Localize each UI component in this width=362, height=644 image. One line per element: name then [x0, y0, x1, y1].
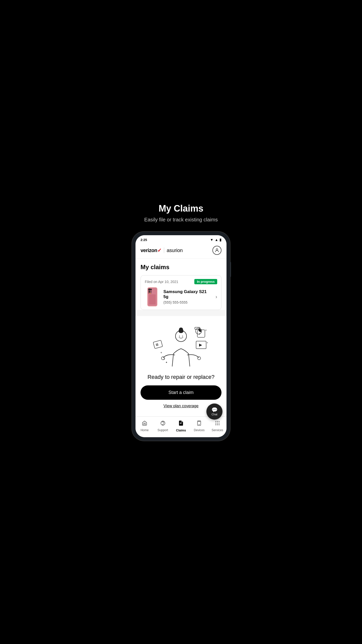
- svg-point-0: [216, 249, 218, 250]
- svg-point-34: [163, 424, 163, 425]
- verizon-logo: verizon✓: [141, 247, 161, 253]
- logo-area: verizon✓ asurion: [141, 247, 183, 253]
- nav-label-support: Support: [158, 428, 168, 432]
- nav-item-home[interactable]: Home: [135, 419, 154, 433]
- services-icon: [215, 420, 220, 427]
- chat-fab-label: Chat: [211, 413, 217, 416]
- nav-label-services: Services: [212, 428, 223, 432]
- profile-button[interactable]: [212, 246, 221, 255]
- status-icons: ▼ ▲ ▮: [210, 238, 221, 242]
- svg-text:✦: ✦: [165, 361, 167, 364]
- app-header: verizon✓ asurion: [135, 243, 227, 259]
- svg-point-10: [151, 291, 152, 292]
- status-time: 2:25: [141, 238, 147, 242]
- claim-device-row: Samsung Galaxy S21 5g (555) 555-5555 ›: [145, 287, 217, 306]
- nav-item-devices[interactable]: Devices: [190, 419, 208, 433]
- svg-point-7: [151, 289, 152, 290]
- verizon-checkmark: ✓: [157, 248, 162, 253]
- svg-point-11: [150, 293, 151, 294]
- svg-text:+: +: [160, 351, 162, 354]
- svg-point-47: [215, 424, 216, 425]
- nav-label-home: Home: [141, 428, 149, 432]
- wifi-icon: ▲: [215, 238, 218, 242]
- svg-rect-36: [180, 423, 182, 423]
- support-icon: [160, 420, 166, 427]
- page-title: My Claims: [159, 203, 203, 214]
- device-svg: [146, 287, 159, 307]
- devices-icon: [196, 420, 202, 427]
- chevron-right-icon: ›: [215, 294, 217, 300]
- claim-card-header: Filed on Apr 10, 2021 In progress: [145, 279, 217, 284]
- device-info: Samsung Galaxy S21 5g (555) 555-5555: [163, 289, 212, 304]
- svg-point-16: [179, 336, 180, 337]
- svg-point-41: [215, 421, 216, 422]
- svg-point-44: [215, 423, 216, 424]
- page-wrapper: My Claims Easily file or track existing …: [127, 203, 235, 441]
- nav-item-claims[interactable]: Claims: [172, 419, 190, 433]
- claims-icon: [178, 420, 184, 428]
- app-content: My claims Filed on Apr 10, 2021 In progr…: [135, 259, 227, 310]
- battery-icon: ▮: [219, 238, 221, 242]
- start-claim-button[interactable]: Start a claim: [141, 385, 221, 400]
- svg-rect-37: [180, 423, 182, 424]
- svg-rect-12: [149, 294, 156, 304]
- status-bar: 2:25 ▼ ▲ ▮: [135, 235, 227, 243]
- verizon-text: verizon: [141, 248, 157, 253]
- home-icon: [142, 420, 147, 427]
- svg-point-43: [218, 421, 219, 422]
- signal-icon: ▼: [210, 238, 213, 242]
- nav-item-support[interactable]: Support: [154, 419, 172, 433]
- illustration-svg: 🖼 ☽ ✦ + ♪ + +: [148, 318, 214, 371]
- illustration-area: 🖼 ☽ ✦ + ♪ + +: [135, 316, 227, 385]
- repair-text: Ready to repair or replace?: [148, 374, 215, 380]
- phone-device: 2:25 ▼ ▲ ▮ verizon✓ asurion: [132, 232, 230, 441]
- svg-point-5: [149, 289, 150, 290]
- svg-point-15: [179, 328, 183, 332]
- section-title: My claims: [141, 264, 221, 271]
- svg-point-46: [218, 423, 219, 424]
- svg-point-40: [199, 424, 200, 425]
- btn-area: Start a claim: [135, 385, 227, 400]
- nav-item-services[interactable]: Services: [208, 419, 227, 433]
- chat-fab-icon: 💬: [211, 407, 218, 412]
- device-image: [145, 287, 160, 306]
- logo-divider: [164, 248, 164, 253]
- svg-text:🖼: 🖼: [156, 343, 159, 346]
- svg-point-48: [217, 424, 218, 425]
- nav-label-devices: Devices: [194, 428, 205, 432]
- svg-text:+: +: [207, 341, 208, 344]
- svg-point-45: [217, 423, 218, 424]
- svg-text:☽: ☽: [162, 357, 165, 361]
- profile-icon: [214, 248, 219, 253]
- claim-card[interactable]: Filed on Apr 10, 2021 In progress: [141, 275, 221, 310]
- status-badge: In progress: [194, 279, 217, 284]
- svg-point-42: [217, 421, 218, 422]
- svg-rect-39: [198, 421, 200, 422]
- svg-point-9: [149, 291, 150, 292]
- device-number: (555) 555-5555: [163, 300, 212, 304]
- svg-point-17: [182, 336, 183, 337]
- svg-marker-29: [199, 344, 202, 347]
- chat-fab-button[interactable]: 💬 Chat: [206, 404, 222, 420]
- filed-date: Filed on Apr 10, 2021: [145, 280, 178, 284]
- phone-screen: 2:25 ▼ ▲ ▮ verizon✓ asurion: [135, 235, 227, 437]
- svg-point-49: [218, 424, 219, 425]
- svg-point-19: [198, 357, 201, 360]
- view-plan-coverage-link[interactable]: View plan coverage: [163, 400, 198, 412]
- page-subtitle: Easily file or track existing claims: [144, 217, 218, 223]
- asurion-logo: asurion: [167, 248, 183, 253]
- device-name: Samsung Galaxy S21 5g: [163, 289, 212, 299]
- nav-label-claims: Claims: [176, 429, 186, 432]
- svg-text:+: +: [205, 329, 207, 332]
